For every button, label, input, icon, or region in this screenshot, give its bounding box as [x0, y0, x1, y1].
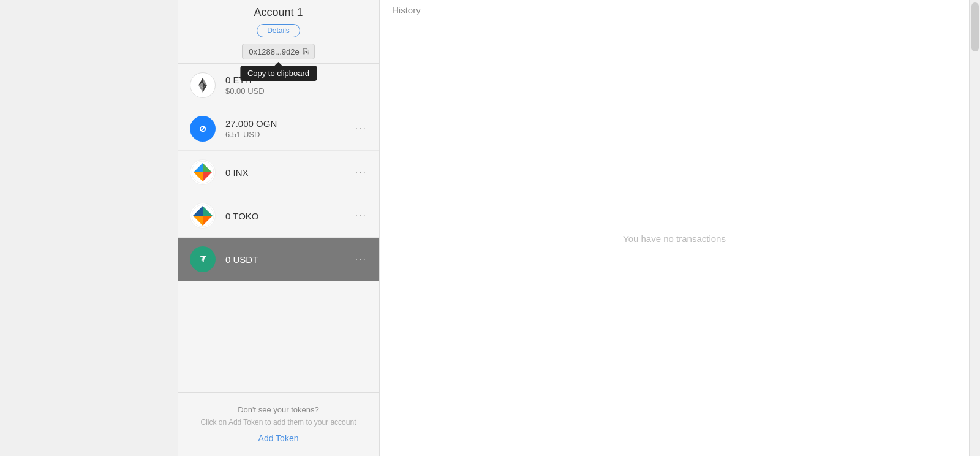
usdt-token-icon: ₮	[190, 246, 216, 272]
address-badge: 0x1288...9d2e ⎘	[242, 44, 314, 59]
scrollbar-thumb[interactable]	[971, 2, 979, 51]
ogn-amount: 27.000 OGN	[225, 118, 355, 129]
eth-token-icon	[190, 72, 216, 98]
toko-token-info: 0 TOKO	[225, 211, 355, 221]
add-token-section: Don't see your tokens? Click on Add Toke…	[178, 392, 379, 456]
token-item-inx[interactable]: 0 INX ···	[178, 151, 379, 194]
ogn-menu-icon[interactable]: ···	[355, 123, 367, 134]
eth-usd: $0.00 USD	[225, 86, 367, 96]
copy-tooltip: Copy to clipboard	[240, 66, 317, 81]
inx-token-icon	[190, 159, 216, 185]
usdt-token-info: 0 USDT	[225, 254, 355, 265]
history-panel: History You have no transactions	[380, 0, 969, 456]
history-header: History	[380, 0, 969, 21]
copy-icon[interactable]: ⎘	[303, 47, 308, 56]
history-empty: You have no transactions	[380, 21, 969, 456]
add-token-hint: Don't see your tokens?	[190, 405, 367, 414]
address-row: 0x1288...9d2e ⎘ Copy to clipboard	[178, 44, 379, 59]
account-header: Account 1 Details 0x1288...9d2e ⎘ Copy t…	[178, 0, 379, 64]
left-panel	[0, 0, 178, 456]
svg-text:₮: ₮	[200, 254, 206, 264]
account-title: Account 1	[178, 6, 379, 19]
token-item-ogn[interactable]: ⊘ 27.000 OGN 6.51 USD ···	[178, 107, 379, 151]
ogn-usd: 6.51 USD	[225, 130, 355, 139]
inx-menu-icon[interactable]: ···	[355, 167, 367, 178]
usdt-amount: 0 USDT	[225, 254, 355, 265]
svg-text:⊘: ⊘	[199, 124, 206, 134]
usdt-menu-icon[interactable]: ···	[355, 254, 367, 265]
main-container: Account 1 Details 0x1288...9d2e ⎘ Copy t…	[178, 0, 980, 456]
token-item-usdt[interactable]: ₮ 0 USDT ···	[178, 238, 379, 281]
add-token-sub: Click on Add Token to add them to your a…	[190, 418, 367, 427]
toko-token-icon	[190, 203, 216, 229]
token-list: 0 ETH $0.00 USD ⊘ 27.000 OGN 6.51 USD ··…	[178, 64, 379, 392]
inx-amount: 0 INX	[225, 167, 355, 178]
address-text: 0x1288...9d2e	[249, 47, 299, 56]
token-item-toko[interactable]: 0 TOKO ···	[178, 194, 379, 238]
add-token-link[interactable]: Add Token	[258, 433, 299, 443]
history-title: History	[392, 5, 421, 15]
toko-menu-icon[interactable]: ···	[355, 210, 367, 221]
details-button[interactable]: Details	[257, 24, 300, 37]
wallet-panel: Account 1 Details 0x1288...9d2e ⎘ Copy t…	[178, 0, 380, 456]
ogn-token-icon: ⊘	[190, 116, 216, 142]
inx-token-info: 0 INX	[225, 167, 355, 178]
scrollbar-track[interactable]	[969, 0, 980, 456]
toko-amount: 0 TOKO	[225, 211, 355, 221]
ogn-token-info: 27.000 OGN 6.51 USD	[225, 118, 355, 139]
